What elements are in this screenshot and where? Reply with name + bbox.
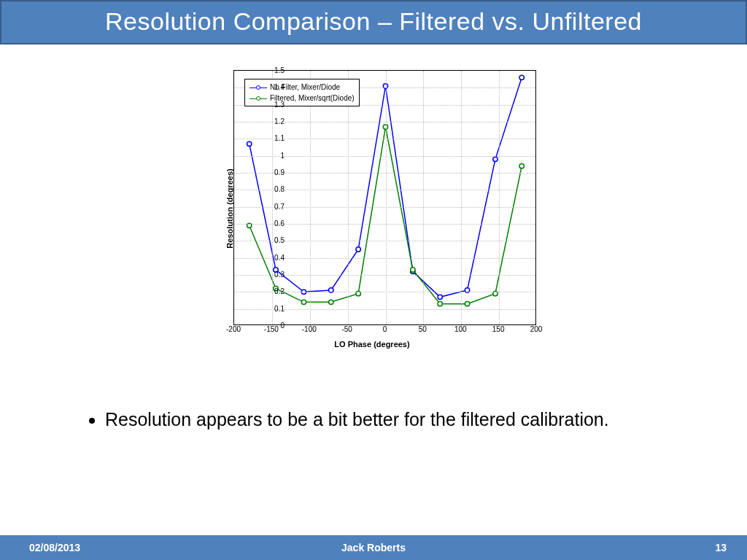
y-tick: 0.7 — [263, 202, 285, 210]
x-tick: 0 — [383, 325, 387, 333]
y-tick: 1.5 — [263, 66, 285, 74]
x-tick: -50 — [341, 325, 352, 333]
y-tick: 0.3 — [263, 271, 285, 279]
svg-point-7 — [438, 295, 442, 299]
svg-point-9 — [493, 157, 498, 161]
y-tick: 0.9 — [263, 168, 285, 176]
x-tick: -200 — [226, 325, 241, 333]
x-tick: -100 — [302, 325, 317, 333]
resolution-chart: Resolution (degrees) LO Phase (degrees) … — [193, 63, 551, 354]
svg-point-10 — [519, 75, 524, 79]
svg-point-0 — [247, 141, 252, 146]
y-tick: 0 — [263, 322, 285, 330]
y-tick: 1 — [263, 151, 285, 159]
slide-title: Resolution Comparison – Filtered vs. Unf… — [0, 0, 747, 44]
y-tick: 0.2 — [263, 287, 285, 295]
svg-point-4 — [356, 247, 360, 252]
footer-author: Jack Roberts — [0, 542, 747, 553]
x-tick: 100 — [454, 325, 467, 333]
content-area: Resolution (degrees) LO Phase (degrees) … — [0, 44, 747, 560]
y-tick: 1.4 — [263, 83, 285, 91]
x-tick: 200 — [530, 325, 543, 333]
bullet-list: Resolution appears to be a bit better fo… — [88, 409, 703, 430]
y-tick: 1.1 — [263, 134, 285, 142]
bullet-item: Resolution appears to be a bit better fo… — [105, 409, 703, 430]
svg-point-13 — [301, 300, 306, 304]
y-axis-label: Resolution (degrees) — [225, 168, 234, 248]
x-tick: 50 — [419, 325, 427, 333]
x-axis-label: LO Phase (degrees) — [193, 340, 551, 349]
legend: No Filter, Mixer/Diode Filtered, Mixer/s… — [244, 79, 360, 106]
y-tick: 0.4 — [263, 253, 285, 261]
svg-point-21 — [519, 163, 524, 168]
y-tick: 0.8 — [263, 185, 285, 193]
y-tick: 0.6 — [263, 219, 285, 228]
svg-point-14 — [329, 300, 333, 304]
y-tick: 0.1 — [263, 304, 285, 312]
svg-point-17 — [411, 268, 415, 272]
y-tick: 1.3 — [263, 100, 285, 108]
svg-point-19 — [465, 301, 469, 306]
footer-page: 13 — [715, 542, 727, 553]
y-tick: 0.5 — [263, 236, 285, 244]
svg-point-18 — [438, 301, 442, 306]
x-tick: 150 — [492, 325, 505, 333]
footer: 02/08/2013 Jack Roberts 13 — [0, 535, 747, 560]
y-tick: 1.2 — [263, 117, 285, 125]
chart-svg — [234, 71, 535, 324]
